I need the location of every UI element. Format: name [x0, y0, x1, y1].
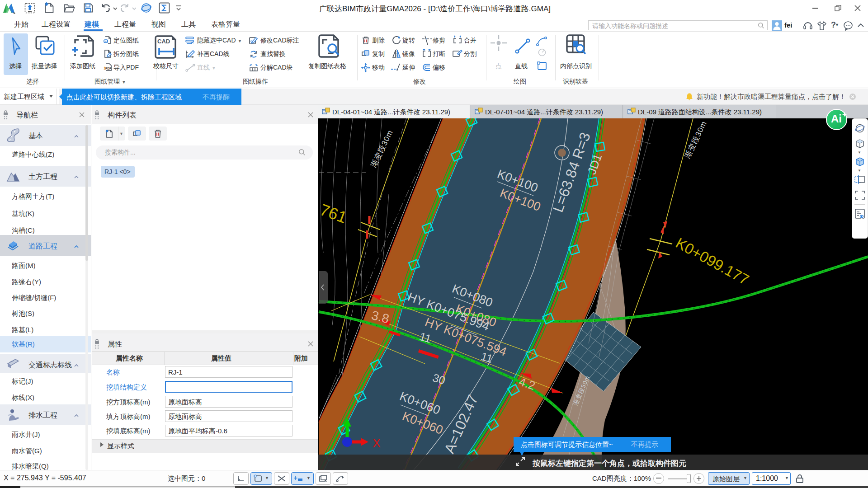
svg-text:点击图标可调节提示信息位置~: 点击图标可调节提示信息位置~	[521, 441, 613, 448]
svg-text:CAD: CAD	[157, 38, 170, 45]
svg-text:按鼠标左键指定第一个角点，或拾取构件图元: 按鼠标左键指定第一个角点，或拾取构件图元	[532, 459, 686, 468]
svg-text:PDF: PDF	[105, 67, 111, 70]
svg-text:X: X	[373, 436, 381, 450]
svg-text:不再提示: 不再提示	[631, 441, 658, 448]
